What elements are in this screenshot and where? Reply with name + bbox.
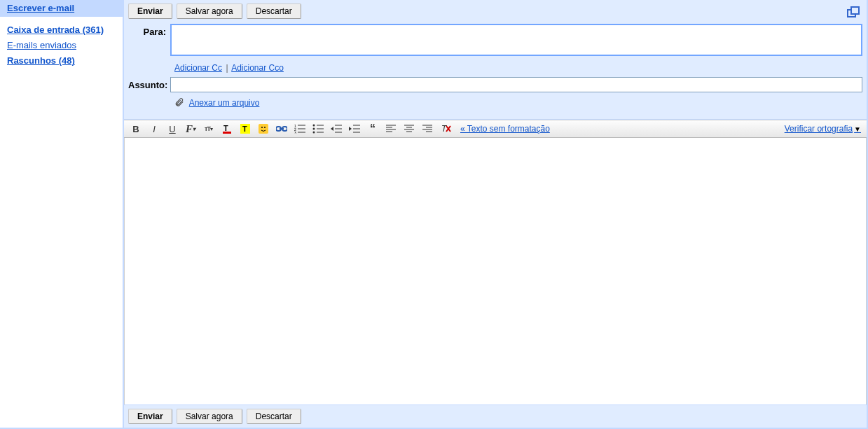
highlight-icon[interactable]: T [239, 122, 252, 135]
svg-marker-26 [349, 127, 352, 131]
add-bcc-link[interactable]: Adicionar Cco [231, 63, 284, 73]
italic-icon[interactable]: I [148, 122, 160, 135]
svg-text:3: 3 [294, 131, 296, 134]
sidebar-item-label[interactable]: Rascunhos (48) [7, 55, 75, 66]
svg-point-18 [313, 132, 315, 134]
svg-text:T: T [441, 124, 448, 134]
svg-point-6 [264, 127, 266, 128]
discard-button-bottom[interactable]: Descartar [247, 409, 301, 424]
attach-file-link[interactable]: Anexar um arquivo [189, 98, 260, 108]
sidebar-item-drafts[interactable]: Rascunhos (48) [7, 53, 116, 69]
dropdown-icon: ▼ [854, 125, 861, 133]
popout-icon[interactable] [847, 6, 858, 16]
formatting-toolbar: B I U F▾ тT▾ T T 123 [124, 120, 867, 138]
attach-row: Anexar um arquivo [174, 95, 862, 112]
compose-link[interactable]: Escrever e-mail [7, 3, 74, 13]
subject-label: Assunto: [128, 77, 170, 90]
nav-list: Caixa de entrada (361) E-mails enviados … [0, 17, 123, 74]
bottom-button-row: Enviar Salvar agora Descartar [124, 405, 867, 428]
save-now-button-bottom[interactable]: Salvar agora [177, 409, 242, 424]
send-button-bottom[interactable]: Enviar [128, 409, 172, 424]
svg-rect-1 [223, 132, 231, 134]
remove-format-icon[interactable]: T [439, 122, 452, 135]
to-label: Para: [128, 24, 170, 37]
message-body-input[interactable] [125, 138, 866, 405]
compose-bottom-panel: Enviar Salvar agora Descartar [124, 405, 867, 428]
message-body-area [124, 138, 867, 405]
discard-button[interactable]: Descartar [247, 3, 301, 19]
text-color-icon[interactable]: T [221, 122, 233, 135]
compose-top-panel: Enviar Salvar agora Descartar Para: Adic… [124, 0, 867, 120]
svg-text:T: T [242, 125, 247, 133]
font-family-icon[interactable]: F▾ [184, 122, 197, 135]
bold-icon[interactable]: B [130, 122, 142, 135]
sidebar-item-label[interactable]: E-mails enviados [7, 40, 76, 50]
numbered-list-icon[interactable]: 123 [294, 122, 306, 135]
subject-field-row: Assunto: [128, 77, 862, 92]
svg-point-17 [313, 128, 315, 130]
sidebar-item-sent[interactable]: E-mails enviados [7, 38, 116, 53]
font-size-icon[interactable]: тT▾ [202, 122, 215, 135]
link-icon[interactable] [275, 122, 288, 135]
separator: | [226, 63, 228, 73]
paperclip-icon [174, 97, 184, 107]
align-center-icon[interactable] [403, 122, 415, 135]
send-button[interactable]: Enviar [128, 3, 172, 19]
to-input[interactable] [170, 24, 862, 56]
save-now-button[interactable]: Salvar agora [177, 3, 242, 19]
align-right-icon[interactable] [421, 122, 434, 135]
bulleted-list-icon[interactable] [312, 122, 324, 135]
quote-icon[interactable]: “ [366, 122, 379, 135]
emoji-icon[interactable] [257, 122, 270, 135]
indent-icon[interactable] [348, 122, 361, 135]
sidebar: Escrever e-mail Caixa de entrada (361) E… [0, 0, 123, 428]
top-button-row: Enviar Salvar agora Descartar [124, 0, 867, 22]
svg-point-16 [313, 125, 315, 127]
subject-input[interactable] [170, 77, 862, 92]
svg-point-5 [261, 127, 263, 128]
add-cc-link[interactable]: Adicionar Cc [174, 63, 222, 73]
sidebar-item-label[interactable]: Caixa de entrada (361) [7, 24, 104, 35]
spellcheck-link[interactable]: Verificar ortografia▼ [785, 124, 861, 134]
svg-marker-22 [331, 127, 333, 131]
align-left-icon[interactable] [385, 122, 397, 135]
plain-text-link[interactable]: « Texto sem formatação [460, 124, 550, 134]
compose-panel: Enviar Salvar agora Descartar Para: Adic… [123, 0, 867, 428]
compose-header: Escrever e-mail [0, 0, 123, 17]
to-field-row: Para: [128, 24, 862, 58]
underline-icon[interactable]: U [166, 122, 179, 135]
cc-bcc-row: Adicionar Cc | Adicionar Cco [174, 61, 862, 77]
outdent-icon[interactable] [330, 122, 343, 135]
svg-text:T: T [223, 124, 228, 132]
sidebar-item-inbox[interactable]: Caixa de entrada (361) [7, 22, 116, 38]
svg-rect-4 [259, 124, 268, 134]
